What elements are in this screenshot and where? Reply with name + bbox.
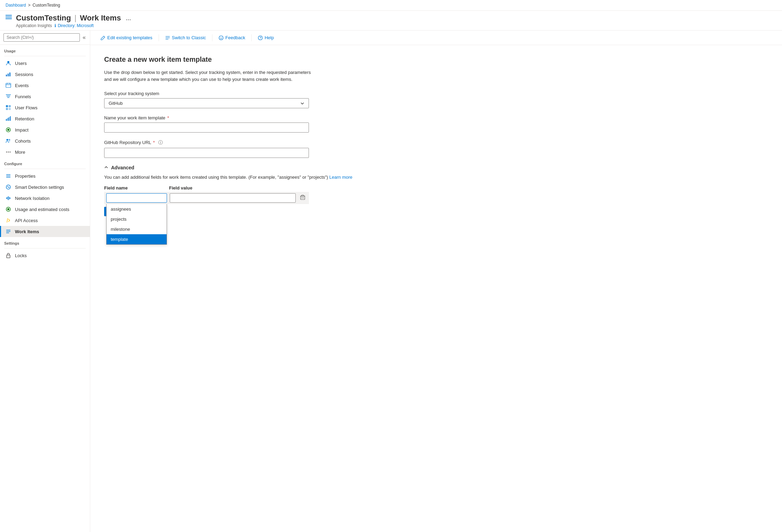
- svg-point-24: [6, 152, 7, 153]
- svg-point-42: [219, 36, 223, 40]
- github-url-required-marker: *: [153, 140, 155, 145]
- sidebar-item-user-flows[interactable]: User Flows: [0, 102, 90, 113]
- svg-rect-13: [6, 108, 8, 110]
- sidebar-item-locks[interactable]: Locks: [0, 250, 90, 261]
- sidebar-item-more[interactable]: More: [0, 146, 90, 158]
- content-description: Use the drop down below to get started. …: [104, 69, 312, 83]
- sidebar-divider-settings: [4, 248, 86, 248]
- sidebar-item-events[interactable]: Events: [0, 80, 90, 91]
- sidebar-section-settings: Settings: [0, 237, 90, 247]
- sidebar-item-properties[interactable]: Properties: [0, 170, 90, 181]
- tracking-system-select[interactable]: GitHub: [104, 98, 309, 108]
- help-button[interactable]: Help: [254, 33, 277, 42]
- sidebar-item-label-impact: Impact: [15, 127, 28, 133]
- advanced-header[interactable]: Advanced: [104, 165, 389, 170]
- search-input[interactable]: [3, 33, 80, 42]
- github-url-input[interactable]: [104, 148, 309, 158]
- sidebar-divider-configure: [4, 169, 86, 169]
- main-content: Edit existing templates Switch to Classi…: [90, 31, 782, 532]
- sidebar-item-users[interactable]: Users: [0, 58, 90, 69]
- users-icon: [5, 60, 11, 66]
- edit-templates-button[interactable]: Edit existing templates: [97, 33, 156, 42]
- feedback-label: Feedback: [225, 35, 245, 40]
- hamburger-icon[interactable]: [6, 15, 12, 19]
- github-url-label: GitHub Repository URL * ⓘ: [104, 140, 389, 146]
- sidebar-item-label-usage-costs: Usage and estimated costs: [15, 207, 69, 212]
- sidebar-item-label-properties: Properties: [15, 174, 35, 179]
- sidebar-item-sessions[interactable]: Sessions: [0, 69, 90, 80]
- sidebar-item-impact[interactable]: Impact: [0, 124, 90, 135]
- suggestion-assignees[interactable]: assignees: [107, 204, 167, 214]
- svg-point-22: [7, 139, 8, 141]
- sidebar: « Usage Users Sessions: [0, 31, 90, 532]
- feedback-icon: [219, 35, 224, 40]
- svg-rect-38: [7, 255, 10, 258]
- advanced-label: Advanced: [111, 165, 134, 170]
- help-icon: [258, 35, 263, 40]
- usage-icon: [5, 206, 11, 212]
- api-icon: [5, 217, 11, 223]
- sidebar-item-label-network-isolation: Network Isolation: [15, 196, 50, 201]
- sidebar-item-label-retention: Retention: [15, 116, 34, 121]
- collapse-button[interactable]: «: [82, 34, 86, 41]
- sidebar-search-area: «: [0, 31, 90, 45]
- sidebar-item-retention[interactable]: Retention: [0, 113, 90, 124]
- breadcrumb-dashboard[interactable]: Dashboard: [6, 3, 26, 8]
- name-required-marker: *: [167, 115, 169, 120]
- sidebar-item-network-isolation[interactable]: Network Isolation: [0, 193, 90, 204]
- suggestion-projects[interactable]: projects: [107, 214, 167, 224]
- header-title-block: CustomTesting | Work Items ... Applicati…: [16, 14, 132, 28]
- field-name-suggestions: assignees projects milestone template: [106, 204, 167, 245]
- svg-rect-47: [301, 196, 305, 200]
- svg-point-23: [9, 139, 10, 141]
- sidebar-item-label-more: More: [15, 150, 25, 155]
- learn-more-link[interactable]: Learn more: [329, 175, 352, 180]
- field-name-input[interactable]: [106, 193, 167, 203]
- more-icon: [5, 149, 11, 155]
- breadcrumb-current: CustomTesting: [33, 3, 60, 8]
- delete-row-button[interactable]: [298, 194, 307, 202]
- impact-icon: [5, 127, 11, 133]
- suggestion-template[interactable]: template: [107, 234, 167, 244]
- github-url-group: GitHub Repository URL * ⓘ: [104, 140, 389, 158]
- name-template-input[interactable]: [104, 123, 309, 133]
- switch-classic-button[interactable]: Switch to Classic: [162, 33, 209, 42]
- more-button[interactable]: ...: [124, 14, 132, 23]
- svg-rect-18: [9, 117, 10, 121]
- delete-icon: [300, 195, 305, 200]
- fields-header: Field name Field value: [104, 185, 309, 191]
- sidebar-item-cohorts[interactable]: Cohorts: [0, 135, 90, 146]
- tracking-system-group: Select your tracking system GitHub: [104, 91, 389, 108]
- directory-label: Directory: Microsoft: [58, 23, 93, 28]
- advanced-collapse-icon: [104, 166, 108, 170]
- svg-rect-3: [9, 73, 10, 76]
- sidebar-item-api-access[interactable]: API Access: [0, 215, 90, 226]
- retention-icon: [5, 116, 11, 122]
- svg-rect-16: [7, 118, 8, 121]
- advanced-section: Advanced You can add additional fields f…: [104, 165, 389, 216]
- userflows-icon: [5, 104, 11, 111]
- feedback-button[interactable]: Feedback: [215, 33, 249, 42]
- suggestion-milestone[interactable]: milestone: [107, 224, 167, 234]
- cohorts-icon: [5, 138, 11, 144]
- sidebar-item-work-items[interactable]: Work Items: [0, 226, 90, 237]
- field-value-input[interactable]: [170, 193, 296, 203]
- properties-icon: [5, 173, 11, 179]
- title-part2: Work Items: [80, 14, 121, 23]
- toolbar-separator-3: [251, 34, 252, 41]
- svg-rect-19: [10, 116, 11, 121]
- title-pipe: |: [74, 14, 76, 23]
- sidebar-item-smart-detection[interactable]: Smart Detection settings: [0, 181, 90, 193]
- sidebar-item-usage-costs[interactable]: Usage and estimated costs: [0, 204, 90, 215]
- title-part1: CustomTesting: [16, 14, 71, 23]
- svg-point-34: [7, 208, 9, 210]
- sidebar-item-label-smart-detection: Smart Detection settings: [15, 185, 64, 190]
- switch-classic-icon: [165, 35, 170, 40]
- sidebar-item-label-events: Events: [15, 83, 29, 88]
- content-title: Create a new work item template: [104, 56, 389, 64]
- sidebar-item-label-cohorts: Cohorts: [15, 138, 31, 144]
- smart-detection-icon: [5, 184, 11, 190]
- github-url-info-icon[interactable]: ⓘ: [158, 140, 163, 145]
- switch-classic-label: Switch to Classic: [172, 35, 206, 40]
- sidebar-item-funnels[interactable]: Funnels: [0, 91, 90, 102]
